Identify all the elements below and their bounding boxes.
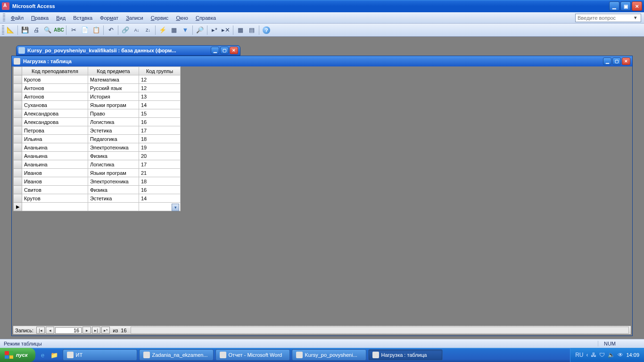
row-selector[interactable] — [14, 169, 22, 177]
sort-desc-button[interactable]: Z↓ — [143, 25, 153, 35]
cell-subject[interactable]: Электротехника — [88, 177, 139, 186]
cell-subject[interactable]: Педагогика — [88, 135, 139, 143]
copy-button[interactable]: 📄 — [80, 25, 90, 35]
tray-shield-icon[interactable]: 🛡 — [599, 352, 605, 358]
filter-by-selection-button[interactable]: ⚡ — [157, 25, 168, 35]
cell-teacher[interactable]: Суханова — [22, 101, 88, 109]
row-selector[interactable] — [14, 126, 22, 135]
cell-teacher[interactable]: Ананьина — [22, 160, 88, 169]
cell-group[interactable]: 14 — [139, 101, 181, 109]
new-record-button[interactable]: ▸* — [209, 25, 220, 35]
ask-a-question-input[interactable] — [576, 15, 632, 21]
record-number-input[interactable] — [55, 327, 82, 334]
nav-new-button[interactable]: ▸* — [101, 327, 110, 334]
taskbar-button[interactable]: Zadania_na_ekzamen... — [139, 349, 214, 361]
app-restore-button[interactable]: ▣ — [620, 1, 631, 11]
print-preview-button[interactable]: 🔍 — [42, 25, 53, 35]
taskbar-button[interactable]: Отчет - Microsoft Word — [215, 349, 290, 361]
cell-teacher[interactable]: Александрова — [22, 118, 88, 126]
horizontal-scrollbar[interactable] — [131, 327, 629, 334]
tray-lang-indicator[interactable]: RU — [575, 352, 583, 358]
row-selector[interactable] — [14, 92, 22, 101]
menu-insert[interactable]: Вставка — [69, 14, 96, 22]
save-button[interactable]: 💾 — [20, 25, 30, 35]
cell-group[interactable]: 16 — [139, 186, 181, 194]
cell-group[interactable]: 20 — [139, 152, 181, 160]
table-row[interactable]: Антонов История 13 — [14, 92, 181, 101]
cell-teacher[interactable]: Крутов — [22, 194, 88, 203]
database-window-titlebar[interactable]: Kursy_po_povysheniyu_kvalifikatsii : баз… — [16, 45, 240, 56]
menu-help[interactable]: Справка — [192, 14, 220, 22]
undo-button[interactable]: ↶ — [106, 25, 116, 35]
table-row[interactable]: Крутов Эстетика 14 — [14, 194, 181, 203]
table-row[interactable]: Ильина Педагогика 18 — [14, 135, 181, 143]
cell-subject[interactable] — [88, 203, 139, 211]
column-header[interactable]: Код преподавателя — [22, 67, 88, 75]
database-window-button[interactable]: ▦ — [235, 25, 246, 35]
print-button[interactable]: 🖨 — [31, 25, 41, 35]
nav-last-button[interactable]: ▸| — [92, 327, 100, 334]
new-object-button[interactable]: ▤ — [247, 25, 257, 35]
cell-group[interactable]: 13 — [139, 92, 181, 101]
cell-teacher[interactable]: Кротов — [22, 75, 88, 84]
row-selector[interactable] — [14, 177, 22, 186]
data-grid[interactable]: Код преподавателяКод предметаКод группы … — [13, 66, 181, 211]
delete-record-button[interactable]: ▸✕ — [221, 25, 231, 35]
row-selector[interactable] — [14, 75, 22, 84]
cell-teacher[interactable]: Ильина — [22, 135, 88, 143]
nav-first-button[interactable]: |◂ — [36, 327, 45, 334]
nav-next-button[interactable]: ▸ — [83, 327, 91, 334]
row-selector[interactable] — [14, 135, 22, 143]
cell-subject[interactable]: Эстетика — [88, 194, 139, 203]
row-selector[interactable] — [14, 143, 22, 152]
cell-group[interactable]: 18 — [139, 177, 181, 186]
dbwin-close-button[interactable]: ✕ — [230, 47, 238, 54]
apply-filter-button[interactable]: ▼ — [180, 25, 190, 35]
cell-subject[interactable]: Физика — [88, 186, 139, 194]
cell-group-dropdown[interactable] — [139, 203, 181, 211]
cell-teacher[interactable]: Ананьина — [22, 152, 88, 160]
app-close-button[interactable]: ✕ — [632, 1, 642, 11]
cell-subject[interactable]: Языки програм — [88, 101, 139, 109]
cell-group[interactable]: 17 — [139, 160, 181, 169]
row-selector[interactable] — [14, 152, 22, 160]
spelling-button[interactable]: ABC — [54, 25, 64, 35]
row-selector[interactable] — [14, 118, 22, 126]
tablewin-minimize-button[interactable]: ▁ — [603, 58, 611, 65]
row-selector[interactable] — [14, 109, 22, 118]
table-row[interactable]: Кротов Математика 12 — [14, 75, 181, 84]
row-selector[interactable] — [14, 160, 22, 169]
tray-eye-icon[interactable]: 👁 — [618, 352, 623, 358]
menu-edit[interactable]: Правка — [27, 14, 52, 22]
cell-group[interactable]: 12 — [139, 84, 181, 92]
cell-subject[interactable]: Языки програм — [88, 169, 139, 177]
paste-button[interactable]: 📋 — [91, 25, 101, 35]
row-selector[interactable] — [14, 186, 22, 194]
current-row-selector[interactable]: ▶ — [14, 203, 22, 211]
select-all-corner[interactable] — [14, 67, 22, 75]
quicklaunch-explorer-icon[interactable]: 📁 — [50, 350, 59, 360]
help-button[interactable]: ? — [261, 25, 272, 35]
cell-group[interactable]: 12 — [139, 75, 181, 84]
tray-clock[interactable]: 14:09 — [626, 352, 639, 358]
table-row[interactable]: Ананьина Физика 20 — [14, 152, 181, 160]
table-row[interactable]: Александрова Право 15 — [14, 109, 181, 118]
cell-teacher[interactable] — [22, 203, 88, 211]
table-row[interactable]: Ананьина Электротехника 19 — [14, 143, 181, 152]
cell-teacher[interactable]: Александрова — [22, 109, 88, 118]
cell-group[interactable]: 21 — [139, 169, 181, 177]
taskbar-button[interactable]: ИТ — [63, 349, 137, 361]
table-row[interactable]: Ананьина Логистика 17 — [14, 160, 181, 169]
cut-button[interactable]: ✂ — [68, 25, 79, 35]
table-row[interactable]: Антонов Русский язык 12 — [14, 84, 181, 92]
cell-subject[interactable]: История — [88, 92, 139, 101]
cell-teacher[interactable]: Антонов — [22, 84, 88, 92]
cell-subject[interactable]: Русский язык — [88, 84, 139, 92]
find-button[interactable]: 🔎 — [195, 25, 205, 35]
cell-teacher[interactable]: Иванов — [22, 177, 88, 186]
cell-group[interactable]: 17 — [139, 126, 181, 135]
cell-group[interactable]: 15 — [139, 109, 181, 118]
cell-subject[interactable]: Электротехника — [88, 143, 139, 152]
ask-a-question-box[interactable]: ▾ — [575, 14, 641, 22]
column-header[interactable]: Код предмета — [88, 67, 139, 75]
